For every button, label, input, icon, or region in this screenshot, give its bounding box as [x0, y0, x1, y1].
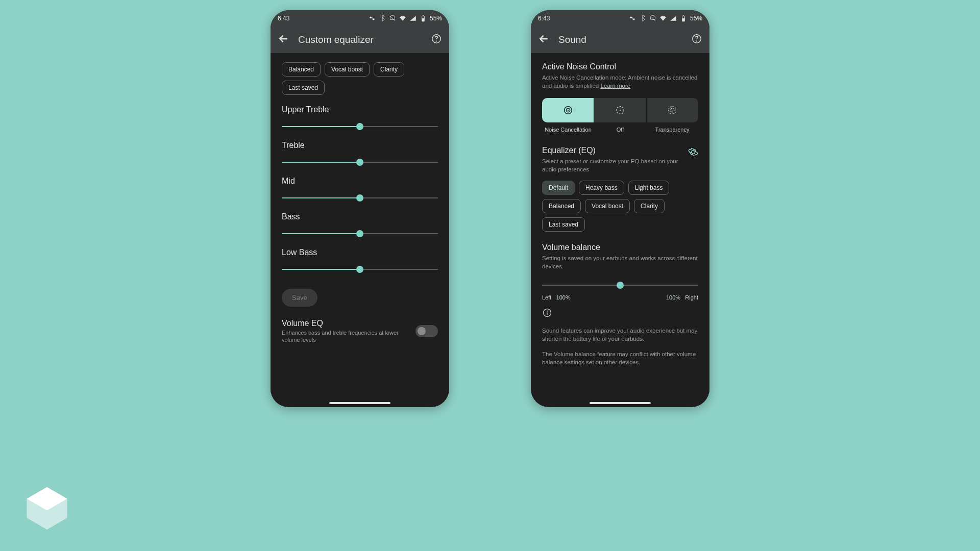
svg-point-15 [696, 41, 697, 41]
eq-chip-default[interactable]: Default [542, 181, 575, 195]
page-title: Custom equalizer [298, 34, 422, 45]
bluetooth-icon [379, 15, 386, 22]
vb-info-button[interactable] [542, 308, 698, 319]
info-icon [542, 308, 552, 318]
svg-point-18 [568, 110, 569, 111]
transparency-icon [667, 105, 678, 116]
vb-left-pct: 100% [556, 294, 571, 300]
status-battery: 55% [690, 15, 702, 22]
eq-band-label: Bass [282, 212, 438, 221]
arrow-left-icon [538, 33, 549, 44]
back-button[interactable] [278, 33, 289, 46]
help-button[interactable] [431, 33, 442, 46]
battery-icon [680, 15, 687, 22]
app-bar: Custom equalizer [271, 27, 449, 53]
eq-settings-button[interactable] [688, 146, 698, 159]
signal-icon [670, 15, 677, 22]
eq-band-slider[interactable] [282, 194, 438, 202]
anc-label-off: Off [594, 127, 646, 133]
svg-rect-5 [423, 15, 424, 16]
anc-seg-transparency[interactable] [647, 98, 698, 122]
eq-chip-balanced[interactable]: Balanced [542, 199, 581, 213]
eq-chip-vocal-boost[interactable]: Vocal boost [325, 62, 370, 77]
save-button[interactable]: Save [282, 289, 317, 307]
eq-band-upper-treble: Upper Treble [282, 105, 438, 131]
wifi-icon [659, 15, 667, 22]
help-icon [691, 33, 702, 44]
eq-band-mid: Mid [282, 177, 438, 202]
vb-right-pct: 100% [666, 294, 680, 300]
volume-eq-title: Volume EQ [282, 319, 410, 328]
anc-seg-off[interactable] [594, 98, 646, 122]
status-icons: 55% [629, 15, 702, 22]
help-button[interactable] [691, 33, 702, 46]
nav-handle[interactable] [590, 402, 651, 404]
vb-title: Volume balance [542, 243, 698, 252]
status-time: 6:43 [278, 15, 289, 22]
eq-band-slider[interactable] [282, 230, 438, 238]
eq-chip-heavy-bass[interactable]: Heavy bass [579, 181, 624, 195]
svg-rect-13 [683, 15, 684, 16]
device-icon [629, 15, 636, 22]
status-battery: 55% [430, 15, 442, 22]
sound-note-2: The Volume balance feature may conflict … [542, 350, 698, 366]
svg-point-0 [370, 17, 372, 19]
anc-off-icon [615, 105, 626, 116]
eq-band-label: Upper Treble [282, 105, 438, 114]
arrow-left-icon [278, 33, 289, 44]
noise-cancellation-icon [562, 105, 574, 116]
eq-chip-clarity[interactable]: Clarity [634, 199, 665, 213]
anc-label-nc: Noise Cancellation [542, 127, 594, 133]
dnd-icon [389, 15, 396, 22]
eq-band-label: Treble [282, 141, 438, 150]
content-area: Active Noise Control Active Noise Cancel… [531, 53, 709, 407]
content-area: BalancedVocal boostClarityLast saved Upp… [271, 53, 449, 407]
phone-custom-equalizer: 6:43 55% Custom equalizer BalancedVocal … [271, 10, 449, 407]
eq-band-label: Low Bass [282, 248, 438, 257]
status-bar: 6:43 55% [531, 10, 709, 27]
eq-band-slider[interactable] [282, 122, 438, 131]
eq-subtitle: Select a preset or customize your EQ bas… [542, 157, 688, 173]
sound-note-1: Sound features can improve your audio ex… [542, 327, 698, 343]
eq-chip-vocal-boost[interactable]: Vocal boost [585, 199, 630, 213]
eq-band-low-bass: Low Bass [282, 248, 438, 273]
eq-band-slider[interactable] [282, 158, 438, 166]
eq-band-label: Mid [282, 177, 438, 186]
eq-band-bass: Bass [282, 212, 438, 238]
svg-point-22 [671, 109, 674, 112]
anc-segmented-control [542, 98, 698, 122]
back-button[interactable] [538, 33, 549, 46]
vb-left-label: Left [542, 294, 551, 300]
anc-learn-more-link[interactable]: Learn more [600, 83, 630, 89]
bluetooth-icon [639, 15, 646, 22]
svg-point-20 [620, 110, 621, 111]
anc-seg-noise-cancellation[interactable] [542, 98, 594, 122]
svg-point-25 [547, 310, 548, 311]
eq-chip-light-bass[interactable]: Light bass [628, 181, 670, 195]
nav-handle[interactable] [329, 402, 390, 404]
status-bar: 6:43 55% [271, 10, 449, 27]
vb-right-label: Right [685, 294, 698, 300]
battery-icon [420, 15, 427, 22]
volume-eq-row[interactable]: Volume EQ Enhances bass and treble frequ… [282, 319, 438, 344]
watermark-logo [20, 478, 74, 531]
svg-rect-4 [422, 18, 425, 21]
signal-icon [409, 15, 416, 22]
eq-band-treble: Treble [282, 141, 438, 166]
svg-point-9 [633, 18, 635, 20]
eq-chip-last-saved[interactable]: Last saved [542, 217, 585, 232]
anc-title: Active Noise Control [542, 62, 698, 71]
eq-chip-clarity[interactable]: Clarity [374, 62, 404, 77]
volume-balance-slider[interactable] [542, 281, 698, 289]
help-icon [431, 33, 442, 44]
status-time: 6:43 [538, 15, 550, 22]
svg-point-21 [669, 107, 676, 114]
svg-point-7 [436, 41, 436, 41]
phone-sound: 6:43 55% Sound Active Noise Control [531, 10, 709, 407]
eq-chip-last-saved[interactable]: Last saved [282, 81, 325, 95]
vb-subtitle: Setting is saved on your earbuds and wor… [542, 254, 698, 270]
eq-band-slider[interactable] [282, 265, 438, 273]
eq-chip-balanced[interactable]: Balanced [282, 62, 321, 77]
volume-eq-toggle[interactable] [415, 325, 438, 337]
dnd-icon [649, 15, 656, 22]
